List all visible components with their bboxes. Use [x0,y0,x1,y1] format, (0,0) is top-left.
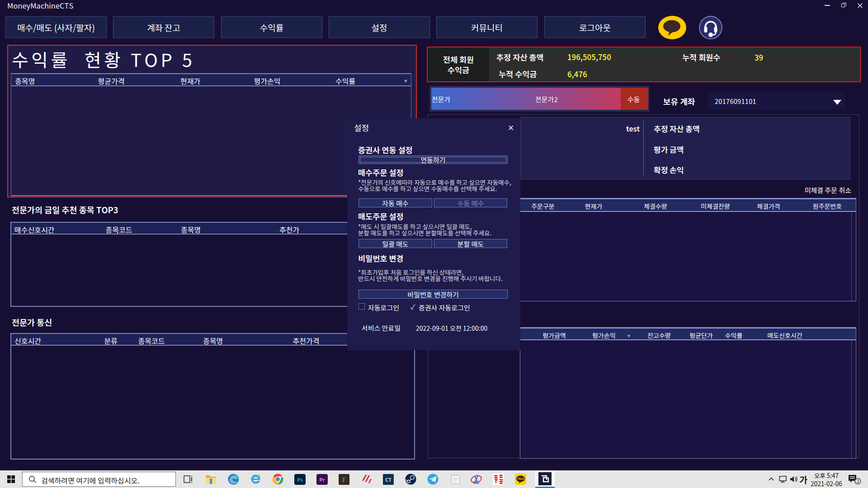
svg-text:2: 2 [856,477,859,484]
svg-text:F: F [342,477,346,483]
svg-text:Ps: Ps [297,476,303,483]
svg-text:TALK: TALK [517,476,524,481]
svg-text:CT: CT [385,476,392,483]
svg-text:Pr: Pr [320,476,325,483]
